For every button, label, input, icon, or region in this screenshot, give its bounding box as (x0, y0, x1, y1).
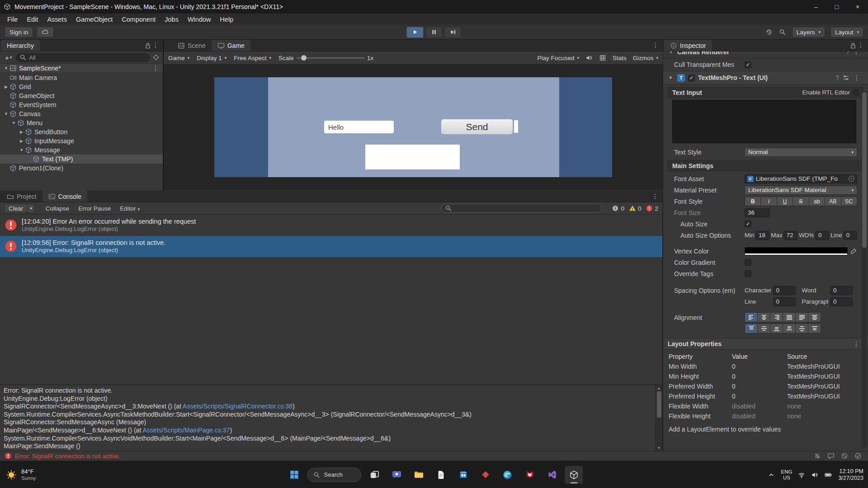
font-style-u-button[interactable]: U (777, 197, 793, 206)
taskbar-search[interactable]: Search (307, 468, 362, 482)
scrollbar-thumb[interactable] (862, 92, 867, 248)
layout-dropdown[interactable]: Layout ▾ (830, 27, 863, 38)
valign-capline-button[interactable] (808, 324, 821, 333)
text-input-section-header[interactable]: Text Input Enable RTL Editor (668, 87, 863, 98)
override-tags-checkbox[interactable] (745, 270, 751, 277)
editor-dropdown[interactable]: Editor ▾ (115, 205, 144, 212)
font-style-ab-button[interactable]: AB (825, 197, 841, 206)
vertex-color-swatch[interactable] (745, 247, 848, 255)
taskbar-windows-start-icon[interactable] (285, 466, 303, 484)
component-menu-icon[interactable]: ⋮ (852, 52, 863, 56)
aspect-dropdown[interactable]: Free Aspect ▾ (234, 55, 271, 61)
valign-baseline-button[interactable] (783, 324, 796, 333)
color-gradient-checkbox[interactable] (745, 259, 751, 266)
hierarchy-item-main-camera[interactable]: Main Camera (0, 73, 163, 82)
gizmos-dropdown[interactable]: Gizmos ▾ (633, 55, 658, 61)
warning-count-badge[interactable]: ! 0 (629, 205, 642, 212)
taskbar-red-diamond-app-icon[interactable] (476, 466, 495, 484)
minimize-button[interactable]: – (806, 0, 826, 14)
hierarchy-item-inputmessage[interactable]: ▶InputMessage (0, 136, 163, 145)
menu-file[interactable]: File (3, 16, 22, 23)
main-settings-section-header[interactable]: Main Settings (668, 160, 863, 171)
valign-bottom-button[interactable] (770, 324, 783, 333)
language-switcher[interactable]: ENG US (781, 469, 792, 481)
foldout-open-icon[interactable]: ▼ (668, 52, 675, 54)
spacing-word-field[interactable]: 0 (830, 286, 853, 295)
sign-in-button[interactable]: Sign in (5, 27, 33, 38)
scene-menu-icon[interactable]: ⋮ (151, 65, 163, 72)
console-search-input[interactable] (441, 204, 602, 213)
stack-trace-link[interactable]: Assets/Scripts/MainPage.cs:37 (142, 427, 230, 434)
hierarchy-item-gameobject[interactable]: GameObject (0, 91, 163, 100)
font-size-field[interactable]: 36 (745, 208, 770, 217)
menu-assets[interactable]: Assets (42, 16, 71, 23)
inspector-scrollbar[interactable] (862, 91, 867, 448)
status-message[interactable]: Error: SignalR connection is not active. (15, 453, 120, 460)
step-button[interactable] (444, 27, 462, 38)
hierarchy-item-menu[interactable]: ▼Menu (0, 118, 163, 127)
text-style-dropdown[interactable]: Normal ▾ (745, 148, 857, 157)
object-picker-icon[interactable] (849, 176, 854, 182)
menu-edit[interactable]: Edit (22, 16, 42, 23)
foldout-open-icon[interactable]: ▼ (18, 148, 25, 152)
hierarchy-item-sendbutton[interactable]: ▶SendButton (0, 127, 163, 136)
error-count-badge[interactable]: 2 (646, 205, 658, 212)
console-log-entry-2[interactable]: [12:09:56] Error: SignalR connection is … (0, 236, 662, 257)
font-style-b-button[interactable]: B (745, 197, 761, 206)
search-everywhere-icon[interactable] (778, 28, 787, 36)
scene-picker-icon[interactable] (152, 54, 160, 61)
clear-button[interactable]: Clear (4, 204, 28, 213)
info-count-badge[interactable]: i 0 (612, 205, 624, 212)
stats-button[interactable]: Stats (613, 55, 627, 61)
console-log-entry-1[interactable]: [12:04:20] Error An error occurred while… (0, 215, 662, 236)
spacing-paragraph-field[interactable]: 0 (830, 297, 853, 306)
component-menu-icon[interactable]: ⋮ (853, 74, 864, 81)
lock-icon[interactable] (849, 42, 857, 49)
eyedropper-icon[interactable] (850, 248, 857, 255)
scale-slider-knob[interactable] (301, 55, 307, 61)
tmp-component-header[interactable]: ▼ T ✓ TextMeshPro - Text (UI) ? ⋮ (663, 71, 868, 84)
bubble-icon[interactable] (827, 452, 835, 460)
status-bar[interactable]: Error: SignalR connection is not active. (0, 451, 868, 460)
block-icon[interactable] (841, 452, 848, 460)
taskbar-visual-studio-icon[interactable] (543, 466, 561, 484)
hierarchy-item-grid[interactable]: ▶Grid (0, 82, 163, 91)
taskbar-unity-icon[interactable] (565, 466, 583, 484)
game-message-input[interactable]: Hello (324, 121, 394, 133)
align-justify-button[interactable] (783, 312, 796, 322)
material-preset-dropdown[interactable]: LiberationSans SDF Material ▾ (745, 186, 857, 195)
scroll-up-icon[interactable]: ▲ (656, 385, 662, 391)
align-geometry-button[interactable] (808, 312, 821, 322)
cull-transparent-checkbox[interactable]: ✓ (745, 61, 751, 68)
tab-hierarchy[interactable]: Hierarchy (1, 40, 40, 51)
component-enabled-checkbox[interactable]: ✓ (688, 75, 695, 81)
tab-console[interactable]: Console (42, 191, 87, 202)
hierarchy-item-person1-clone-[interactable]: Person1(Clone) (0, 164, 163, 173)
align-left-button[interactable] (745, 312, 758, 322)
layers-dropdown[interactable]: Layers ▾ (792, 27, 825, 38)
help-icon[interactable]: ? (835, 74, 839, 81)
scene-header-row[interactable]: ▼ SampleScene* ⋮ (0, 64, 163, 73)
play-button[interactable] (406, 27, 424, 38)
foldout-closed-icon[interactable]: ▶ (18, 130, 25, 134)
valign-middle-button[interactable] (757, 324, 770, 333)
close-button[interactable]: × (847, 0, 868, 14)
create-object-button[interactable]: + ▾ (3, 54, 14, 61)
font-style-ab-button[interactable]: ab (809, 197, 825, 206)
stack-trace-link[interactable]: Assets/Scripts/SignalRConnector.cs:38 (183, 403, 292, 410)
game-send-button[interactable]: Send (441, 119, 513, 134)
canvas-renderer-header-clipped[interactable]: ▼ Canvas Renderer ? ⋮ (663, 52, 868, 58)
tray-overflow-icon[interactable] (768, 471, 775, 479)
taskbar-task-view-icon[interactable] (366, 466, 384, 484)
taskbar-mcafee-icon[interactable] (521, 466, 539, 484)
hierarchy-item-eventsystem[interactable]: EventSystem (0, 100, 163, 109)
tab-inspector[interactable]: Inspector (664, 40, 712, 51)
tab-project[interactable]: Project (1, 191, 42, 202)
hierarchy-item-message[interactable]: ▼Message (0, 145, 163, 155)
font-style-i-button[interactable]: I (760, 197, 777, 206)
presets-icon[interactable] (842, 74, 849, 81)
hierarchy-item-text-tmp-[interactable]: Text (TMP) (0, 155, 163, 164)
taskbar-chat-icon[interactable] (388, 466, 406, 484)
font-style-s-button[interactable]: S (793, 197, 809, 206)
taskbar-document-icon[interactable] (432, 466, 450, 484)
